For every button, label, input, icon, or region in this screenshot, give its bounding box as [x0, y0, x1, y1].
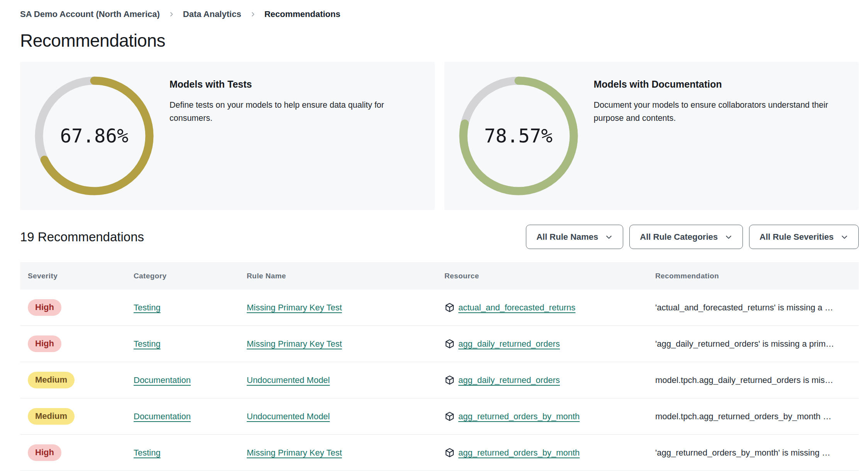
- breadcrumb: SA Demo Account (North America) Data Ana…: [20, 9, 859, 19]
- model-cube-icon: [444, 339, 455, 349]
- recommendation-text: 'actual_and_forecasted_returns' is missi…: [655, 303, 859, 313]
- breadcrumb-item[interactable]: Data Analytics: [183, 9, 241, 19]
- table-row: High Testing Missing Primary Key Test ag…: [20, 435, 859, 471]
- models-with-tests-card: 67.86% Models with Tests Define tests on…: [20, 62, 435, 210]
- tests-card-description: Define tests on your models to help ensu…: [170, 98, 417, 125]
- chevron-right-icon: [250, 11, 256, 17]
- rule-name-link[interactable]: Missing Primary Key Test: [247, 448, 342, 457]
- filter-label: All Rule Severities: [760, 232, 834, 242]
- chevron-down-icon: [605, 233, 613, 241]
- resource-link[interactable]: actual_and_forecasted_returns: [458, 303, 575, 313]
- tests-card-title: Models with Tests: [170, 79, 417, 90]
- severity-badge: High: [28, 335, 61, 352]
- page-title: Recommendations: [20, 30, 868, 51]
- severity-badge: Medium: [28, 408, 75, 424]
- category-link[interactable]: Testing: [134, 339, 161, 349]
- table-row: High Testing Missing Primary Key Test ag…: [20, 326, 859, 362]
- severity-badge: High: [28, 299, 61, 315]
- breadcrumb-item: Recommendations: [264, 9, 341, 19]
- tests-donut-chart: 67.86%: [32, 74, 156, 198]
- resource-link[interactable]: agg_daily_returned_orders: [458, 375, 560, 385]
- category-link[interactable]: Documentation: [134, 375, 191, 385]
- docs-donut-chart: 78.57%: [457, 74, 580, 198]
- recommendations-table: Severity Category Rule Name Resource Rec…: [20, 262, 859, 471]
- severity-badge: Medium: [28, 372, 75, 388]
- rule-name-link[interactable]: Missing Primary Key Test: [247, 303, 342, 312]
- recommendation-text: model.tpch.agg_returned_orders_by_month …: [655, 412, 859, 422]
- recommendation-text: 'agg_daily_returned_orders' is missing a…: [655, 339, 859, 349]
- model-cube-icon: [444, 411, 455, 422]
- resource-link[interactable]: agg_daily_returned_orders: [458, 339, 560, 349]
- category-link[interactable]: Testing: [134, 448, 161, 457]
- rule-name-link[interactable]: Undocumented Model: [247, 412, 330, 421]
- table-row: Medium Documentation Undocumented Model …: [20, 362, 859, 398]
- filter-label: All Rule Names: [536, 232, 598, 242]
- column-category: Category: [134, 272, 247, 280]
- column-resource: Resource: [444, 272, 655, 280]
- docs-card-title: Models with Documentation: [594, 79, 841, 90]
- filter-dropdown[interactable]: All Rule Categories: [629, 225, 743, 249]
- tests-percent-value: 67.86%: [32, 74, 156, 198]
- docs-percent-value: 78.57%: [457, 74, 580, 198]
- resource-link[interactable]: agg_returned_orders_by_month: [458, 412, 580, 422]
- chevron-down-icon: [725, 233, 732, 241]
- rule-name-link[interactable]: Missing Primary Key Test: [247, 339, 342, 349]
- severity-badge: High: [28, 444, 61, 461]
- column-rule-name: Rule Name: [247, 272, 444, 280]
- breadcrumb-item[interactable]: SA Demo Account (North America): [20, 9, 160, 19]
- column-recommendation: Recommendation: [655, 272, 859, 280]
- recommendation-text: 'agg_returned_orders_by_month' is missin…: [655, 448, 859, 458]
- chevron-down-icon: [841, 233, 848, 241]
- resource-link[interactable]: agg_returned_orders_by_month: [458, 448, 580, 458]
- recommendations-count: 19 Recommendations: [20, 230, 144, 244]
- category-link[interactable]: Documentation: [134, 412, 191, 421]
- model-cube-icon: [444, 447, 455, 458]
- table-header-row: Severity Category Rule Name Resource Rec…: [20, 262, 859, 290]
- model-cube-icon: [444, 375, 455, 385]
- filter-dropdown[interactable]: All Rule Severities: [749, 225, 859, 249]
- category-link[interactable]: Testing: [134, 303, 161, 312]
- rule-name-link[interactable]: Undocumented Model: [247, 375, 330, 385]
- filter-label: All Rule Categories: [640, 232, 718, 242]
- filter-dropdown[interactable]: All Rule Names: [526, 225, 623, 249]
- metric-cards: 67.86% Models with Tests Define tests on…: [20, 62, 859, 210]
- recommendation-text: model.tpch.agg_daily_returned_orders is …: [655, 375, 859, 385]
- column-severity: Severity: [20, 272, 134, 280]
- docs-card-description: Document your models to ensure collabora…: [594, 98, 841, 125]
- chevron-right-icon: [168, 11, 175, 17]
- filter-group: All Rule Names All Rule Categories All R…: [526, 225, 859, 249]
- model-cube-icon: [444, 302, 455, 313]
- table-row: High Testing Missing Primary Key Test ac…: [20, 290, 859, 326]
- models-with-documentation-card: 78.57% Models with Documentation Documen…: [444, 62, 859, 210]
- table-row: Medium Documentation Undocumented Model …: [20, 398, 859, 435]
- list-toolbar: 19 Recommendations All Rule Names All Ru…: [20, 225, 859, 249]
